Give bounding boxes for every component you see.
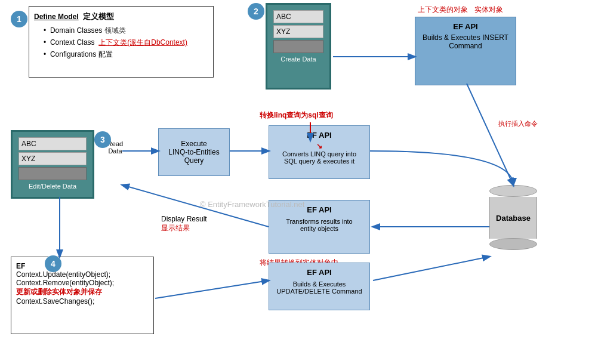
svg-line-1 [467,84,513,185]
ef-linq-title: EF API [274,131,365,140]
ef-insert-title: EF API [420,22,511,31]
bottom-ef-title: EF [16,262,149,270]
form-field-empty2 [19,167,87,180]
display-result-en: Display Result [161,215,207,223]
watermark: © EntityFrameworkTutorial.net [200,200,304,209]
step-circle-1: 1 [11,11,27,27]
config-en: Configurations [50,50,96,58]
db-bottom [489,238,537,250]
define-model-box: Define Model 定义模型 • Domain Classes 领域类 •… [29,6,214,78]
config-cn: 配置 [98,50,113,58]
linq-note: 转换linq查询为sql查询 [260,110,333,121]
db-body: Database [489,197,537,239]
display-result-cn: 显示结果 [161,223,207,233]
ef-update-desc: Builds & ExecutesUPDATE/DELETE Command [274,280,365,295]
execute-query-label: ExecuteLINQ-to-EntitiesQuery [168,140,219,165]
form-field-empty [273,40,323,53]
bullet1: • [44,26,48,35]
database: Database [489,185,537,250]
ef-linq-desc: Converts LINQ query intoSQL query & exec… [274,150,365,165]
form-field-abc: ABC [273,10,323,23]
bottom-ef-box: EF Context.Update(entityObject); Context… [11,257,154,334]
create-data-box: ABC XYZ Create Data [266,3,331,90]
bottom-ef-line3: 更新或删除实体对象并保存 [16,287,149,297]
insert-note: 执行插入命令 [498,119,538,128]
step-circle-2: 2 [248,3,264,20]
step-circle-3: 3 [94,131,111,148]
ef-transform-desc: Transforms results intoentity objects [274,218,365,232]
bottom-ef-line4: Context.SaveChanges(); [16,297,149,306]
define-model-title-en: Define Model [34,13,79,21]
bottom-ef-line2: Context.Remove(entityObject); [16,279,149,287]
form-field-abc2: ABC [19,137,87,150]
bottom-ef-line1: Context.Update(entityObject); [16,270,149,279]
context-label: 上下文类的对象 实体对象 [418,5,503,15]
svg-line-7 [155,280,269,298]
domain-classes-en: Domain Classes [50,26,102,35]
form-field-xyz2: XYZ [19,152,87,165]
context-class-en: Context Class [50,38,97,47]
edit-delete-label: Edit/Delete Data [16,183,89,190]
display-result: Display Result 显示结果 [161,215,207,233]
ef-insert-box: EF API Builds & Executes INSERTCommand [415,17,516,85]
edit-delete-box: ABC XYZ Edit/Delete Data [11,130,94,199]
context-class-cn: 上下文类(派生自DbContext) [98,38,187,47]
step-circle-4: 4 [45,255,61,272]
svg-line-8 [373,257,489,280]
ef-linq-arrow: ↘ [274,142,365,150]
bullet3: • [44,50,48,58]
define-model-title-cn: 定义模型 [83,12,114,21]
ef-label: 实体对象 [474,5,503,14]
form-field-xyz: XYZ [273,25,323,38]
ef-update-title: EF API [274,268,365,277]
ef-insert-desc: Builds & Executes INSERTCommand [420,33,511,50]
diagram: 1 Define Model 定义模型 • Domain Classes 领域类… [0,0,595,364]
create-data-label: Create Data [271,55,326,63]
db-top [489,185,537,197]
execute-query-box: ExecuteLINQ-to-EntitiesQuery [158,128,230,176]
ef-update-box: EF API Builds & ExecutesUPDATE/DELETE Co… [269,263,370,310]
ef-linq-box: EF API ↘ Converts LINQ query intoSQL que… [269,125,370,179]
bullet2: • [44,38,48,47]
domain-classes-cn: 领域类 [104,26,126,35]
